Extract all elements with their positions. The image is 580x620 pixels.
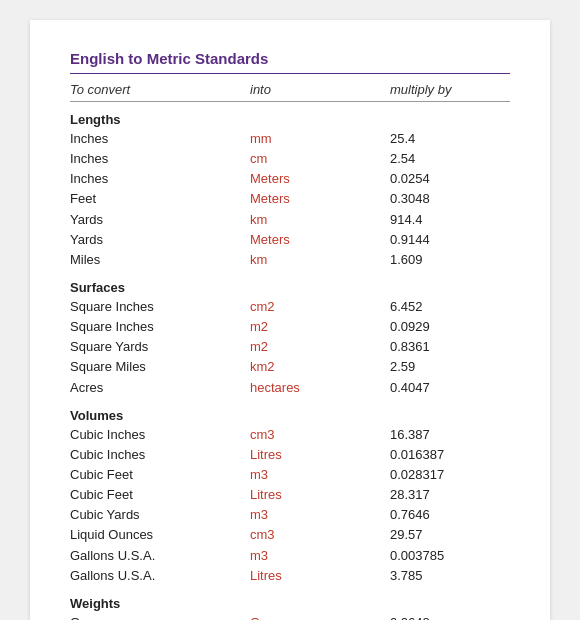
- cell-convert: Square Yards: [70, 337, 250, 357]
- cell-into: m3: [250, 465, 390, 485]
- cell-into: m2: [250, 337, 390, 357]
- table-row: Square Inchesm20.0929: [70, 317, 510, 337]
- table-row: Cubic Inchescm316.387: [70, 425, 510, 445]
- cell-convert: Square Inches: [70, 297, 250, 317]
- cell-into: cm: [250, 149, 390, 169]
- cell-into: cm2: [250, 297, 390, 317]
- cell-convert: Cubic Inches: [70, 425, 250, 445]
- cell-multiply: 0.8361: [390, 337, 510, 357]
- cell-convert: Square Inches: [70, 317, 250, 337]
- cell-convert: Cubic Feet: [70, 485, 250, 505]
- table-row: Square Yardsm20.8361: [70, 337, 510, 357]
- table-row: Square Mileskm22.59: [70, 357, 510, 377]
- table-row: Yardskm914.4: [70, 210, 510, 230]
- cell-convert: Cubic Feet: [70, 465, 250, 485]
- table-row: Cubic Feetm30.028317: [70, 465, 510, 485]
- cell-convert: Miles: [70, 250, 250, 270]
- cell-convert: Feet: [70, 189, 250, 209]
- cell-into: mm: [250, 129, 390, 149]
- section-title-surfaces: Surfaces: [70, 280, 510, 295]
- cell-multiply: 16.387: [390, 425, 510, 445]
- table-row: InchesMeters0.0254: [70, 169, 510, 189]
- cell-multiply: 0.028317: [390, 465, 510, 485]
- cell-into: hectares: [250, 378, 390, 398]
- table-row: YardsMeters0.9144: [70, 230, 510, 250]
- cell-into: km: [250, 210, 390, 230]
- cell-multiply: 2.59: [390, 357, 510, 377]
- cell-multiply: 0.4047: [390, 378, 510, 398]
- cell-into: cm3: [250, 525, 390, 545]
- cell-convert: Liquid Ounces: [70, 525, 250, 545]
- table-row: FeetMeters0.3048: [70, 189, 510, 209]
- cell-multiply: 3.785: [390, 566, 510, 586]
- column-headers: To convert into multiply by: [70, 82, 510, 102]
- cell-multiply: 29.57: [390, 525, 510, 545]
- cell-multiply: 0.3048: [390, 189, 510, 209]
- cell-convert: Gallons U.S.A.: [70, 546, 250, 566]
- table-row: GramsGrams0.0648: [70, 613, 510, 620]
- table-row: Gallons U.S.A.Litres3.785: [70, 566, 510, 586]
- cell-multiply: 0.7646: [390, 505, 510, 525]
- cell-multiply: 1.609: [390, 250, 510, 270]
- table-row: Cubic FeetLitres28.317: [70, 485, 510, 505]
- page-title: English to Metric Standards: [70, 50, 510, 67]
- section-title-lengths: Lengths: [70, 112, 510, 127]
- cell-multiply: 914.4: [390, 210, 510, 230]
- cell-convert: Inches: [70, 169, 250, 189]
- cell-into: cm3: [250, 425, 390, 445]
- title-divider: [70, 73, 510, 74]
- cell-convert: Gallons U.S.A.: [70, 566, 250, 586]
- cell-convert: Yards: [70, 210, 250, 230]
- cell-multiply: 0.003785: [390, 546, 510, 566]
- cell-into: Meters: [250, 230, 390, 250]
- page-container: English to Metric Standards To convert i…: [30, 20, 550, 620]
- cell-convert: Yards: [70, 230, 250, 250]
- table-row: Inchescm2.54: [70, 149, 510, 169]
- cell-convert: Acres: [70, 378, 250, 398]
- cell-into: Meters: [250, 189, 390, 209]
- table-row: Cubic InchesLitres0.016387: [70, 445, 510, 465]
- cell-into: m3: [250, 505, 390, 525]
- header-multiply: multiply by: [390, 82, 510, 97]
- sections-container: LengthsInchesmm25.4Inchescm2.54InchesMet…: [70, 112, 510, 620]
- cell-convert: Cubic Yards: [70, 505, 250, 525]
- table-row: Mileskm1.609: [70, 250, 510, 270]
- cell-multiply: 0.0648: [390, 613, 510, 620]
- cell-convert: Cubic Inches: [70, 445, 250, 465]
- cell-into: Grams: [250, 613, 390, 620]
- cell-into: Litres: [250, 445, 390, 465]
- cell-into: Litres: [250, 485, 390, 505]
- cell-into: Meters: [250, 169, 390, 189]
- table-row: Cubic Yardsm30.7646: [70, 505, 510, 525]
- cell-into: m2: [250, 317, 390, 337]
- cell-multiply: 6.452: [390, 297, 510, 317]
- table-row: Acreshectares0.4047: [70, 378, 510, 398]
- cell-multiply: 0.0929: [390, 317, 510, 337]
- cell-into: m3: [250, 546, 390, 566]
- cell-convert: Inches: [70, 129, 250, 149]
- cell-convert: Square Miles: [70, 357, 250, 377]
- table-row: Liquid Ouncescm329.57: [70, 525, 510, 545]
- cell-into: Litres: [250, 566, 390, 586]
- cell-multiply: 0.016387: [390, 445, 510, 465]
- cell-into: km: [250, 250, 390, 270]
- table-row: Square Inchescm26.452: [70, 297, 510, 317]
- cell-convert: Inches: [70, 149, 250, 169]
- cell-multiply: 0.9144: [390, 230, 510, 250]
- section-title-weights: Weights: [70, 596, 510, 611]
- table-row: Gallons U.S.A.m30.003785: [70, 546, 510, 566]
- cell-multiply: 25.4: [390, 129, 510, 149]
- cell-convert: Grams: [70, 613, 250, 620]
- section-title-volumes: Volumes: [70, 408, 510, 423]
- cell-multiply: 0.0254: [390, 169, 510, 189]
- table-row: Inchesmm25.4: [70, 129, 510, 149]
- cell-multiply: 2.54: [390, 149, 510, 169]
- cell-multiply: 28.317: [390, 485, 510, 505]
- header-convert: To convert: [70, 82, 250, 97]
- cell-into: km2: [250, 357, 390, 377]
- header-into: into: [250, 82, 390, 97]
